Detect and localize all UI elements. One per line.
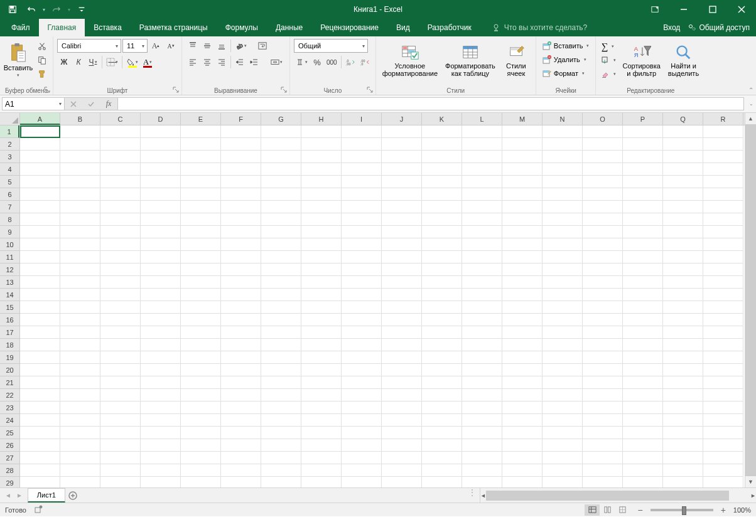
cell[interactable]: [382, 452, 422, 464]
cell[interactable]: [543, 151, 583, 163]
row-header[interactable]: 1: [0, 125, 19, 138]
cell[interactable]: [462, 263, 502, 276]
cell[interactable]: [663, 402, 703, 414]
cell[interactable]: [502, 414, 543, 427]
cell[interactable]: [342, 226, 382, 238]
decrease-font-icon[interactable]: A▾: [164, 39, 178, 53]
close-icon[interactable]: [727, 0, 756, 19]
cell[interactable]: [181, 376, 221, 389]
cell[interactable]: [382, 427, 422, 439]
italic-button[interactable]: К: [72, 55, 85, 69]
cell[interactable]: [301, 314, 342, 326]
view-normal-icon[interactable]: [585, 504, 600, 516]
cell[interactable]: [181, 389, 221, 402]
conditional-formatting-button[interactable]: Условное форматирование: [380, 39, 440, 82]
row-header[interactable]: 2: [0, 138, 19, 151]
cell[interactable]: [141, 389, 181, 402]
column-header[interactable]: N: [543, 113, 583, 125]
cell[interactable]: [221, 276, 261, 289]
cell[interactable]: [703, 176, 743, 188]
zoom-in-icon[interactable]: +: [718, 505, 728, 515]
cell[interactable]: [543, 251, 583, 263]
cell[interactable]: [141, 376, 181, 389]
cell[interactable]: [462, 289, 502, 301]
cell[interactable]: [20, 188, 60, 201]
cell[interactable]: [141, 151, 181, 163]
column-header[interactable]: L: [462, 113, 502, 125]
decrease-indent-icon[interactable]: [233, 55, 247, 69]
cell[interactable]: [342, 213, 382, 226]
cell[interactable]: [703, 276, 743, 289]
font-color-icon[interactable]: A▾: [141, 55, 154, 69]
cell[interactable]: [502, 301, 543, 314]
cell[interactable]: [543, 464, 583, 477]
cell[interactable]: [422, 364, 462, 376]
cell[interactable]: [342, 351, 382, 364]
cell[interactable]: [703, 427, 743, 439]
cell[interactable]: [422, 226, 462, 238]
column-header[interactable]: I: [342, 113, 382, 125]
cell[interactable]: [261, 238, 301, 251]
cell[interactable]: [181, 414, 221, 427]
row-header[interactable]: 23: [0, 402, 19, 414]
cell[interactable]: [20, 364, 60, 376]
cell[interactable]: [462, 226, 502, 238]
increase-indent-icon[interactable]: [247, 55, 261, 69]
cell[interactable]: [301, 276, 342, 289]
cell[interactable]: [20, 477, 60, 487]
cell[interactable]: [141, 351, 181, 364]
cell[interactable]: [181, 276, 221, 289]
cell[interactable]: [100, 376, 141, 389]
cell[interactable]: [221, 226, 261, 238]
cell[interactable]: [261, 452, 301, 464]
cell[interactable]: [60, 439, 100, 452]
cell[interactable]: [502, 213, 543, 226]
cell[interactable]: [543, 176, 583, 188]
cell[interactable]: [422, 326, 462, 339]
fill-button[interactable]: ▾: [600, 53, 617, 67]
cell[interactable]: [100, 163, 141, 176]
cell[interactable]: [221, 351, 261, 364]
cell[interactable]: [141, 402, 181, 414]
cell[interactable]: [583, 276, 623, 289]
cell[interactable]: [703, 263, 743, 276]
cell[interactable]: [301, 125, 342, 138]
cell[interactable]: [100, 176, 141, 188]
cell[interactable]: [100, 151, 141, 163]
align-right-icon[interactable]: [215, 55, 229, 69]
redo-icon[interactable]: [49, 2, 64, 17]
cell[interactable]: [100, 301, 141, 314]
cell[interactable]: [422, 176, 462, 188]
row-header[interactable]: 20: [0, 364, 19, 376]
fill-color-icon[interactable]: ▾: [124, 55, 140, 69]
cell[interactable]: [623, 138, 663, 151]
cell[interactable]: [141, 263, 181, 276]
cell[interactable]: [100, 452, 141, 464]
cell[interactable]: [221, 477, 261, 487]
cell[interactable]: [623, 389, 663, 402]
cell[interactable]: [382, 464, 422, 477]
cell[interactable]: [382, 263, 422, 276]
cell[interactable]: [141, 464, 181, 477]
cell[interactable]: [502, 238, 543, 251]
cell[interactable]: [20, 389, 60, 402]
cell[interactable]: [181, 163, 221, 176]
cell[interactable]: [20, 439, 60, 452]
cell[interactable]: [261, 276, 301, 289]
column-header[interactable]: F: [221, 113, 261, 125]
cell[interactable]: [141, 314, 181, 326]
macro-record-icon[interactable]: [34, 505, 43, 515]
cell[interactable]: [20, 326, 60, 339]
cell[interactable]: [703, 351, 743, 364]
sheet-nav-next-icon[interactable]: ►: [16, 492, 23, 499]
cell[interactable]: [382, 389, 422, 402]
cell[interactable]: [502, 138, 543, 151]
row-header[interactable]: 15: [0, 301, 19, 314]
cell[interactable]: [543, 163, 583, 176]
cell[interactable]: [703, 163, 743, 176]
cell[interactable]: [382, 188, 422, 201]
cell[interactable]: [422, 125, 462, 138]
cell[interactable]: [301, 339, 342, 351]
scroll-right-icon[interactable]: ►: [750, 490, 756, 501]
cell[interactable]: [663, 213, 703, 226]
